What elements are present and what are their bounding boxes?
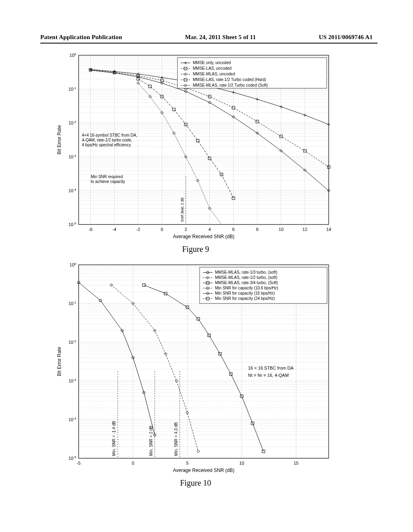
svg-text:4: 4 xyxy=(209,227,211,232)
svg-text:10-1: 10-1 xyxy=(69,301,77,306)
svg-text:10-3: 10-3 xyxy=(69,154,77,160)
svg-text:Min SNR for capacity (16 bps/H: Min SNR for capacity (16 bps/Hz) xyxy=(215,291,275,295)
svg-text:-4: -4 xyxy=(113,227,117,232)
svg-text:5: 5 xyxy=(186,461,189,466)
svg-text:100: 100 xyxy=(69,52,76,58)
svg-text:Min. SNR = 4.3 dB: Min. SNR = 4.3 dB xyxy=(174,422,178,456)
header-left: Patent Application Publication xyxy=(40,34,122,41)
svg-text:Average Received SNR (dB): Average Received SNR (dB) xyxy=(173,234,235,239)
svg-text:MMSE-MLAS, uncoded: MMSE-MLAS, uncoded xyxy=(193,72,235,76)
svg-text:Bit Error Rate: Bit Error Rate xyxy=(56,125,62,154)
figure-10-caption: Figure 10 xyxy=(50,478,341,488)
svg-text:10-2: 10-2 xyxy=(69,339,77,345)
svg-text:6: 6 xyxy=(232,227,235,232)
svg-text:12: 12 xyxy=(302,227,307,232)
svg-text:2: 2 xyxy=(185,227,187,232)
svg-text:MMSE only, uncoded: MMSE only, uncoded xyxy=(193,60,231,65)
svg-text:15: 15 xyxy=(294,461,298,466)
svg-text:14: 14 xyxy=(326,227,331,232)
svg-text:Min. SNR = 2 dB: Min. SNR = 2 dB xyxy=(149,426,153,456)
svg-text:10-5: 10-5 xyxy=(69,222,77,227)
svg-text:10-4: 10-4 xyxy=(69,188,77,193)
svg-text:MMSE-MLAS, rate-1/2 turbo, (so: MMSE-MLAS, rate-1/2 turbo, (soft) xyxy=(215,275,277,280)
svg-text:Nt = Nr = 16, 4-QAM: Nt = Nr = 16, 4-QAM xyxy=(248,373,289,378)
svg-text:4-QAM, rate-1/2 turbo code,: 4-QAM, rate-1/2 turbo code, xyxy=(82,138,132,142)
svg-text:Min SNR for capacity (24 bps/H: Min SNR for capacity (24 bps/Hz) xyxy=(215,296,275,301)
svg-text:10: 10 xyxy=(279,227,284,232)
svg-text:MMSE-MLAS, rate-1/2 Turbo code: MMSE-MLAS, rate-1/2 Turbo coded (Soft) xyxy=(193,83,268,87)
svg-text:0: 0 xyxy=(161,227,163,232)
svg-text:MMSE-LAS, uncoded: MMSE-LAS, uncoded xyxy=(193,66,232,71)
header-rule xyxy=(40,43,378,44)
svg-text:Average Received SNR (dB): Average Received SNR (dB) xyxy=(173,468,235,473)
chart-9-svg: 10-510-410-310-210-1100-6-4-202468101214… xyxy=(50,50,341,244)
svg-text:10-5: 10-5 xyxy=(69,455,77,461)
svg-text:Min SNR for capacity (10.6 bps: Min SNR for capacity (10.6 bps/Hz) xyxy=(215,286,278,290)
svg-text:4×4 16-symbol STBC from DA,: 4×4 16-symbol STBC from DA, xyxy=(82,133,138,137)
svg-text:MMSE-MLAS, rate-1/3 turbo, (so: MMSE-MLAS, rate-1/3 turbo, (soft) xyxy=(215,270,277,274)
figure-9-caption: Figure 9 xyxy=(50,245,341,254)
svg-text:10-4: 10-4 xyxy=(69,417,77,422)
svg-text:16 × 16 STBC from DA: 16 × 16 STBC from DA xyxy=(248,366,294,370)
svg-text:to achieve capacity: to achieve capacity xyxy=(91,179,125,184)
svg-text:4 bps/Hz spectral efficiency: 4 bps/Hz spectral efficiency xyxy=(82,143,131,147)
svg-text:MMSE-MLAS, rate-3/4 turbo, (So: MMSE-MLAS, rate-3/4 turbo, (Soft) xyxy=(215,281,278,285)
header-right: US 2011/0069746 A1 xyxy=(319,34,373,41)
svg-text:0: 0 xyxy=(132,461,134,466)
header-center: Mar. 24, 2011 Sheet 5 of 11 xyxy=(185,34,256,41)
page-header: Patent Application Publication Mar. 24, … xyxy=(0,34,413,41)
svg-text:-5: -5 xyxy=(77,461,81,466)
svg-text:-2: -2 xyxy=(136,227,140,232)
chart-10-svg: 10-510-410-310-210-1100-5051015Average R… xyxy=(50,260,341,478)
svg-text:Bit Error Rate: Bit Error Rate xyxy=(56,347,62,376)
svg-text:8: 8 xyxy=(256,227,259,232)
svg-text:Min. SNR = -1.4 dB: Min. SNR = -1.4 dB xyxy=(112,421,116,456)
figure-9: 10-510-410-310-210-1100-6-4-202468101214… xyxy=(50,50,341,254)
svg-text:MMSE-LAS, rate-1/2 Turbo coded: MMSE-LAS, rate-1/2 Turbo coded (Hard) xyxy=(193,77,266,82)
svg-text:10-3: 10-3 xyxy=(69,378,77,384)
svg-text:SNR limit: 2 dB: SNR limit: 2 dB xyxy=(180,197,184,222)
svg-text:-6: -6 xyxy=(89,227,93,232)
svg-text:10-2: 10-2 xyxy=(69,120,77,126)
svg-text:10-1: 10-1 xyxy=(69,86,77,92)
svg-text:100: 100 xyxy=(69,262,76,268)
svg-text:10: 10 xyxy=(239,461,244,466)
svg-text:Min SNR required: Min SNR required xyxy=(91,175,123,179)
figure-10: 10-510-410-310-210-1100-5051015Average R… xyxy=(50,260,341,488)
